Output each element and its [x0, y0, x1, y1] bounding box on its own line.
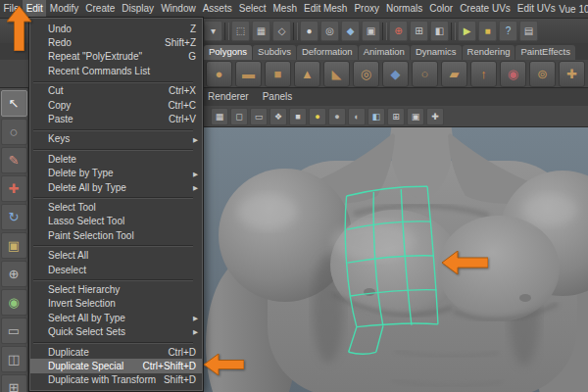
edit-menu-item[interactable]: Select Hierarchy	[30, 282, 202, 296]
menubar-item[interactable]: Create UVs	[457, 0, 514, 18]
polygon-helix-icon[interactable]: ◉	[500, 61, 526, 87]
polygon-pipe-icon[interactable]: ○	[412, 61, 438, 87]
menu-set-dropdown-icon[interactable]: ▾	[204, 21, 222, 41]
shelf-tab[interactable]: Rendering	[463, 45, 515, 60]
select-by-component-icon[interactable]: ◇	[272, 21, 291, 41]
menubar-item[interactable]: Display	[119, 0, 158, 18]
edit-menu-item[interactable]: Paste Ctrl+V	[30, 112, 202, 125]
edit-menu-item[interactable]: Delete by Type	[30, 167, 202, 180]
edit-menu-item[interactable]: Redo Shift+Z	[30, 35, 202, 49]
layout-single-pane-icon[interactable]: ▭	[1, 318, 27, 344]
render-current-frame-icon[interactable]: ▶	[458, 21, 476, 41]
layout-four-pane-icon[interactable]: ⊞	[1, 374, 27, 392]
polygon-plane-icon[interactable]: ▰	[441, 61, 467, 87]
snap-to-curve-icon[interactable]: ◎	[320, 21, 339, 41]
select-by-object-icon[interactable]: ▦	[252, 21, 270, 41]
film-gate-icon[interactable]: ◻	[230, 108, 248, 125]
menubar-item[interactable]: Assets	[199, 0, 235, 18]
shelf-tab[interactable]: Subdivs	[253, 45, 296, 60]
menubar-item[interactable]: Modify	[46, 0, 81, 18]
polygon-gear-icon[interactable]: ⊚	[529, 61, 556, 87]
polygon-cube-icon[interactable]: ■	[265, 61, 291, 87]
menubar-item[interactable]: Window	[158, 0, 200, 18]
gate-mask-icon[interactable]: ❖	[270, 108, 287, 125]
edit-menu-item[interactable]: Deselect	[30, 263, 202, 276]
edit-menu-item[interactable]: Undo Z	[30, 22, 202, 35]
universal-manipulator-icon[interactable]: ⊕	[1, 261, 27, 287]
textured-mode-icon[interactable]: ◧	[368, 108, 385, 125]
menubar-item[interactable]: Color	[426, 0, 457, 18]
construction-history-icon[interactable]: ⊞	[410, 21, 428, 41]
edit-menu-item[interactable]: Select All by Type	[30, 311, 202, 324]
polygon-cone-icon[interactable]: ▲	[294, 61, 320, 87]
edit-menu-item[interactable]: Select Tool	[30, 200, 202, 214]
character-model[interactable]	[206, 127, 588, 392]
edit-menu-item[interactable]: Quick Select Sets	[30, 324, 202, 338]
shelf-tab[interactable]: Polygons	[204, 45, 252, 60]
edit-menu-item[interactable]: Copy Ctrl+C	[30, 98, 202, 112]
menubar-item[interactable]: Normals	[383, 0, 426, 18]
all-lights-icon[interactable]: ●	[328, 108, 346, 125]
panel-menu-item[interactable]: Panels	[256, 88, 300, 106]
help-icon[interactable]: ?	[499, 21, 517, 41]
menubar-item[interactable]: Create	[82, 0, 119, 18]
wireframe-mode-icon[interactable]: ⊞	[387, 108, 405, 125]
render-settings-icon[interactable]: ▤	[519, 21, 538, 41]
edit-menu-item[interactable]: Paint Selection Tool	[30, 228, 202, 242]
polygon-prism-icon[interactable]: ◣	[323, 61, 350, 87]
edit-menu-item[interactable]: Recent Commands List	[30, 64, 202, 77]
ipr-render-icon[interactable]: ■	[478, 21, 497, 41]
resolution-gate-icon[interactable]: ▭	[250, 108, 268, 125]
field-chart-icon[interactable]: ■	[289, 108, 307, 125]
edit-menu-item[interactable]: Repeat "PolyExtrude" G	[30, 50, 202, 64]
lasso-tool-icon[interactable]: ◌	[1, 119, 27, 145]
select-tool-icon[interactable]: ↖	[1, 90, 27, 117]
snap-to-point-icon[interactable]: ◆	[341, 21, 360, 41]
shelf-tab[interactable]: Dynamics	[411, 45, 462, 60]
edit-menu-item[interactable]: Invert Selection	[30, 297, 202, 311]
shelf-tab[interactable]: PaintEffects	[515, 45, 575, 60]
menubar-item[interactable]: Edit UVs	[514, 0, 559, 18]
edit-menu-item[interactable]: Select All	[30, 248, 202, 262]
callout-arrow-edit-menu	[7, 6, 31, 51]
panel-menu-item[interactable]: Renderer	[201, 88, 256, 106]
layout-two-pane-icon[interactable]: ◫	[1, 346, 27, 372]
edit-menu-item[interactable]: Keys	[30, 132, 202, 146]
shelf-tab[interactable]: Animation	[359, 45, 410, 60]
move-tool-icon[interactable]: ✚	[1, 175, 27, 202]
rotate-tool-icon[interactable]: ↻	[1, 204, 27, 230]
shelf-tab[interactable]: Deformation	[297, 45, 358, 60]
polygon-torus-icon[interactable]: ◎	[353, 61, 379, 87]
shaded-mode-icon[interactable]: ▣	[407, 108, 424, 125]
shadows-icon[interactable]: ◐	[348, 108, 366, 125]
default-lighting-icon[interactable]: ●	[309, 108, 326, 125]
select-by-hierarchy-icon[interactable]: ⬚	[231, 21, 250, 41]
snap-to-view-icon[interactable]: ▣	[362, 21, 380, 41]
edit-menu-item[interactable]: Duplicate with Transform Shift+D	[30, 373, 202, 387]
grid-toggle-icon[interactable]: ▦	[211, 108, 228, 125]
edit-menu-item[interactable]: Duplicate Ctrl+D	[30, 345, 202, 359]
menu-item-shortcut: G	[182, 51, 196, 62]
edit-menu-item[interactable]: Delete All by Type	[30, 180, 202, 194]
xray-icon[interactable]: ✚	[426, 108, 444, 125]
polygon-sphere-icon[interactable]: ●	[206, 61, 232, 87]
polygon-cylinder-icon[interactable]: ▬	[235, 61, 262, 87]
menubar-item[interactable]: Edit Mesh	[300, 0, 350, 18]
menubar-item[interactable]: Select	[235, 0, 270, 18]
make-live-icon[interactable]: ⊕	[389, 21, 408, 41]
edit-menu-item[interactable]: Duplicate Special Ctrl+Shift+D	[30, 359, 202, 372]
snap-to-grid-icon[interactable]: ●	[300, 21, 318, 41]
edit-menu-item[interactable]: Cut Ctrl+X	[30, 84, 202, 98]
scale-tool-icon[interactable]: ▣	[1, 232, 27, 259]
menubar-item[interactable]: Proxy	[351, 0, 383, 18]
paint-select-tool-icon[interactable]: ✎	[1, 147, 27, 173]
highlight-selection-icon[interactable]: ◧	[430, 21, 449, 41]
edit-menu-item[interactable]: Delete	[30, 152, 202, 166]
poly-extrude-icon[interactable]: ↑	[470, 61, 497, 87]
menu-item-label: Redo	[48, 37, 72, 48]
menubar-item[interactable]: Mesh	[270, 0, 300, 18]
polygon-plus-icon[interactable]: ✚	[559, 61, 585, 87]
edit-menu-item[interactable]: Lasso Select Tool	[30, 215, 202, 228]
soft-select-tool-icon[interactable]: ◉	[1, 289, 27, 316]
subdiv-cube-icon[interactable]: ◆	[382, 61, 409, 87]
